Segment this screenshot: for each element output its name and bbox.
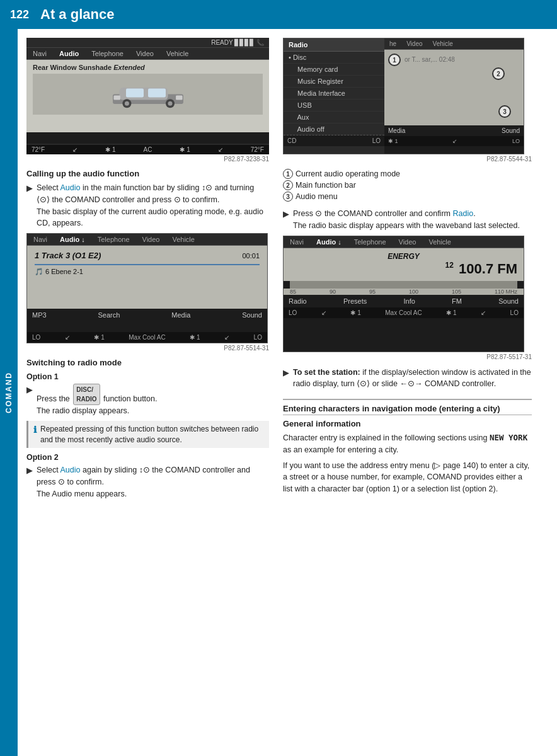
callout-num-3: 3 bbox=[283, 192, 293, 202]
menu-panel: Radio • Disc Memory card Music Register … bbox=[284, 38, 384, 154]
arrow-icon-4: ▶ bbox=[283, 209, 289, 220]
star-label-2: ✱ 1 bbox=[180, 146, 190, 153]
calling-audio-instruction: ▶ Select Audio in the main function bar … bbox=[26, 182, 269, 229]
callout-item-3: 3 Audio menu bbox=[283, 192, 532, 202]
right-star1: ✱ 1 bbox=[388, 138, 398, 144]
fm-ctrl-info: Info bbox=[403, 297, 415, 305]
option1-step1: ▶ Press the DISC/RADIO function button.T… bbox=[26, 384, 269, 417]
tuner-100: 100 bbox=[409, 289, 418, 295]
nav-video: Video bbox=[130, 48, 160, 59]
radio-fm-screen-container: Navi Audio ↓ Telephone Video Vehicle ENE… bbox=[283, 236, 532, 360]
menu-audio-off: Audio off bbox=[284, 123, 384, 135]
track-title-row: 1 Track 3 (O1 E2) 00:01 bbox=[35, 251, 260, 260]
status-star2: ✱ 1 bbox=[190, 334, 200, 341]
star-label-1: ✱ 1 bbox=[105, 146, 115, 153]
radio-menu-screen: Radio • Disc Memory card Music Register … bbox=[283, 38, 524, 154]
audio-bottom-controls: MP3 Search Media Sound bbox=[27, 309, 267, 321]
ref-radio-fm: P82.87-5517-31 bbox=[283, 353, 532, 360]
audio-status-bar: LO ↙ ✱ 1 Max Cool AC ✱ 1 ↙ LO bbox=[27, 332, 267, 343]
new-york-highlight: NEW YORK bbox=[490, 433, 527, 442]
right-bottom-controls: Media Sound bbox=[384, 125, 524, 136]
audio-nav-bar: Navi Audio ↓ Telephone Video Vehicle bbox=[27, 234, 267, 246]
audio-nav-telephone: Telephone bbox=[91, 234, 136, 245]
car-screen: READY ▊▊▊▊ 📞 Navi Audio Telephone Video … bbox=[26, 38, 269, 154]
fm-status-star2: ✱ 1 bbox=[446, 309, 456, 316]
audio-nav-audio: Audio ↓ bbox=[54, 234, 91, 245]
left-sidebar: COMAND bbox=[0, 29, 18, 756]
info-block-1: ℹ Repeated pressing of this function but… bbox=[26, 421, 269, 449]
option2-step1: ▶ Select Audio again by sliding ↕⊙ the C… bbox=[26, 464, 269, 500]
freq-display: 12 100.7 FM bbox=[290, 261, 517, 277]
right-nav-vehicle: Vehicle bbox=[428, 38, 458, 49]
temp-bar: 72°F ↙ ✱ 1 AC ✱ 1 ↙ 72°F bbox=[26, 145, 269, 154]
audio-screen: Navi Audio ↓ Telephone Video Vehicle 1 T… bbox=[26, 233, 268, 343]
right-status-bar: ✱ 1 ↙ LO bbox=[384, 136, 524, 146]
page-header: 122 At a glance bbox=[0, 0, 557, 29]
ref-audio-screen: P82.87-5514-31 bbox=[26, 345, 269, 352]
overlay-text: or T... sar,... 02:48 bbox=[405, 56, 455, 63]
sidebar-label: COMAND bbox=[4, 372, 13, 413]
fm-nav-vehicle: Vehicle bbox=[422, 236, 457, 248]
ctrl-search: Search bbox=[98, 311, 120, 319]
status-lo2: LO bbox=[254, 334, 262, 341]
instruction-text-1: Select Audio in the main function bar by… bbox=[37, 182, 269, 229]
fm-ctrl-sound: Sound bbox=[498, 297, 519, 305]
fm-ctrl-radio: Radio bbox=[289, 297, 307, 305]
fm-nav-audio: Audio ↓ bbox=[310, 236, 348, 248]
entering-chars-heading: Entering characters in navigation mode (… bbox=[283, 404, 532, 415]
right-ctrl-media: Media bbox=[388, 127, 405, 134]
ready-text: READY ▊▊▊▊ 📞 bbox=[211, 39, 264, 46]
fm-status-maxcool: Max Cool AC bbox=[385, 309, 422, 316]
status-fan: ↙ bbox=[65, 334, 70, 341]
general-info-para2: If you want to use the address entry men… bbox=[283, 460, 532, 495]
fm-status-lo: LO bbox=[289, 309, 297, 316]
ref-top-left: P82.87-3238-31 bbox=[26, 156, 269, 163]
confirm-radio-instruction: ▶ Press ⊙ the COMAND controller and conf… bbox=[283, 208, 532, 232]
nav-navi: Navi bbox=[26, 48, 53, 59]
screen-main-content: Rear Window Sunshade Extended bbox=[26, 60, 269, 132]
right-content-area: 1 2 3 or T... sar,... 02:48 bbox=[384, 50, 524, 125]
right-lo: LO bbox=[512, 138, 520, 144]
nav-telephone: Telephone bbox=[85, 48, 130, 59]
ac-label: AC bbox=[144, 146, 152, 153]
info-icon: ℹ bbox=[33, 424, 37, 437]
section-divider bbox=[283, 399, 532, 400]
option2-label: Option 2 bbox=[26, 453, 269, 462]
tuner-labels: 85 90 95 100 105 110 MHz bbox=[284, 289, 524, 295]
fan-icon-right: ↙ bbox=[218, 146, 223, 153]
tuner-110mhz: 110 MHz bbox=[495, 289, 517, 295]
callout-item-1: 1 Current audio operating mode bbox=[283, 169, 532, 179]
fm-status-fan: ↙ bbox=[321, 309, 326, 316]
menu-memory: Memory card bbox=[284, 64, 384, 76]
callout-item-2: 2 Main function bar bbox=[283, 180, 532, 190]
ctrl-media: Media bbox=[171, 311, 190, 319]
status-fan2: ↙ bbox=[224, 334, 229, 341]
fm-nav-bar: Navi Audio ↓ Telephone Video Vehicle bbox=[284, 236, 524, 248]
radio-fm-screen: Navi Audio ↓ Telephone Video Vehicle ENE… bbox=[283, 236, 524, 352]
right-nav-video: Video bbox=[401, 38, 427, 49]
callout-text-3: Audio menu bbox=[296, 192, 338, 201]
fm-ctrl-fm: FM bbox=[452, 297, 462, 305]
fm-status-star1: ✱ 1 bbox=[350, 309, 360, 316]
calling-audio-heading: Calling up the audio function bbox=[26, 169, 269, 178]
track-time: 00:01 bbox=[242, 252, 260, 260]
menu-aux: Aux bbox=[284, 112, 384, 123]
set-station-instruction: ▶ To set the station: if the display/sel… bbox=[283, 367, 532, 391]
callout-list: 1 Current audio operating mode 2 Main fu… bbox=[283, 169, 532, 202]
option1-step1-text: Press the DISC/RADIO function button.The… bbox=[37, 384, 157, 417]
right-nav-bar: he Video Vehicle bbox=[384, 38, 524, 50]
svg-rect-8 bbox=[113, 96, 120, 100]
status-maxcoolac: Max Cool AC bbox=[129, 334, 165, 341]
set-station-step: ▶ To set the station: if the display/sel… bbox=[283, 367, 532, 391]
track-title: 1 Track 3 (O1 E2) bbox=[35, 251, 101, 260]
energy-label: ENERGY bbox=[290, 252, 517, 261]
ref-radio-menu: P82.87-5544-31 bbox=[283, 156, 532, 163]
audio-highlight: Audio bbox=[60, 183, 81, 192]
arrow-icon-5: ▶ bbox=[283, 367, 289, 379]
car-image-area bbox=[33, 74, 263, 115]
arrow-icon-1: ▶ bbox=[26, 183, 33, 195]
page-number: 122 bbox=[10, 8, 29, 21]
callout-1: 1 bbox=[388, 54, 401, 66]
callout-num-2: 2 bbox=[283, 180, 293, 190]
screen-top-bar: READY ▊▊▊▊ 📞 bbox=[26, 38, 269, 48]
